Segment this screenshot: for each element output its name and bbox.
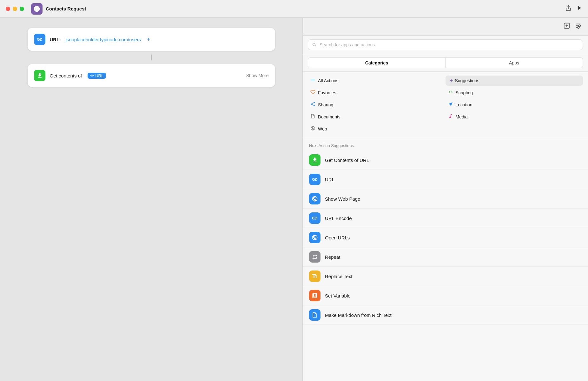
window-title: Contacts Request [46,6,86,11]
all-actions-icon [310,77,315,84]
category-tabs: Categories Apps [303,54,588,72]
get-contents-action-card: Get contents of URL Show More [28,64,275,87]
sharing-icon [310,102,315,108]
suggestion-get-contents[interactable]: Get Contents of URL [303,150,588,170]
show-more-button[interactable]: Show More [246,73,269,78]
repeat-icon [309,251,320,263]
filter-favorites[interactable]: Favorites [308,88,446,98]
filter-web-label: Web [318,126,327,131]
close-button[interactable] [6,7,10,11]
scripting-icon [448,90,453,96]
suggestion-url[interactable]: URL [303,170,588,189]
url-icon [34,34,45,45]
add-action-icon[interactable] [563,22,570,31]
suggestion-label-make-markdown: Make Markdown from Rich Text [325,312,392,318]
suggestion-repeat[interactable]: Repeat [303,247,588,267]
share-icon[interactable] [565,5,571,13]
location-icon [448,102,453,108]
open-urls-icon [309,232,320,243]
title-bar-actions [565,5,582,13]
filter-location-label: Location [456,102,472,107]
svg-marker-2 [578,6,581,10]
get-contents-suggestion-icon [309,154,320,166]
suggestions-title: Next Action Suggestions [303,138,588,150]
app-icon [31,3,43,15]
sidebar: Categories Apps All Actions ✦ Suggestion… [302,18,588,381]
url-suggestion-icon [309,174,320,185]
suggestion-label-set-variable: Set Variable [325,293,351,298]
search-icon [312,42,317,47]
get-contents-icon [34,70,45,81]
filter-sharing[interactable]: Sharing [308,100,446,110]
filter-suggestions-label: Suggestions [455,78,479,83]
suggestion-label-get-contents: Get Contents of URL [325,157,369,163]
suggestion-url-encode[interactable]: URL Encode [303,209,588,228]
suggestions-plus-icon: ✦ [449,78,453,83]
filter-documents-label: Documents [318,114,340,119]
filter-documents[interactable]: Documents [308,112,446,122]
suggestion-label-repeat: Repeat [325,254,340,260]
connector-line [151,55,152,60]
filter-sharing-label: Sharing [318,102,333,107]
title-bar: Contacts Request [0,0,588,18]
svg-point-0 [36,8,38,10]
filter-grid: All Actions ✦ Suggestions Favorites Scri… [303,72,588,138]
svg-point-10 [578,27,579,29]
suggestion-set-variable[interactable]: Set Variable [303,286,588,305]
url-encode-icon [309,212,320,224]
svg-point-9 [579,25,581,27]
play-icon[interactable] [577,5,582,12]
filter-all-actions[interactable]: All Actions [308,76,446,86]
suggestion-label-show-web-page: Show Web Page [325,196,360,202]
suggestion-label-replace-text: Replace Text [325,274,352,279]
filter-all-actions-label: All Actions [318,78,339,83]
url-add-button[interactable]: + [147,36,150,43]
filter-scripting-label: Scripting [456,90,473,95]
tab-apps[interactable]: Apps [446,57,583,68]
get-contents-text: Get contents of [50,73,82,78]
filter-scripting[interactable]: Scripting [446,88,583,98]
filter-location[interactable]: Location [446,100,583,110]
traffic-lights [6,7,24,11]
maximize-button[interactable] [20,7,24,11]
make-markdown-icon [309,309,320,321]
filter-media-label: Media [456,114,468,119]
workflow-canvas: URL: jsonplaceholder.typicode.com/users … [0,18,302,381]
suggestions-section: Next Action Suggestions Get Contents of … [303,138,588,381]
url-token[interactable]: URL [88,73,106,79]
suggestion-label-url: URL [325,177,334,182]
main-content: URL: jsonplaceholder.typicode.com/users … [0,18,588,381]
url-action-card: URL: jsonplaceholder.typicode.com/users … [28,28,275,51]
replace-text-icon [309,271,320,282]
filter-web[interactable]: Web [308,124,446,134]
favorites-icon [310,90,315,96]
filter-media[interactable]: Media [446,112,583,122]
search-bar [303,36,588,54]
set-variable-icon [309,290,320,301]
sidebar-header [303,18,588,36]
suggestion-replace-text[interactable]: Replace Text [303,267,588,286]
web-icon [310,126,315,132]
suggestion-label-open-urls: Open URLs [325,235,350,240]
tab-categories[interactable]: Categories [308,57,446,68]
suggestion-open-urls[interactable]: Open URLs [303,228,588,247]
suggestion-make-markdown[interactable]: Make Markdown from Rich Text [303,305,588,325]
documents-icon [310,114,315,120]
filter-favorites-label: Favorites [318,90,336,95]
minimize-button[interactable] [13,7,17,11]
search-input-wrapper [308,39,583,50]
show-web-page-icon [309,193,320,204]
url-label: URL: [50,37,61,42]
filter-suggestions[interactable]: ✦ Suggestions [446,76,583,86]
search-input[interactable] [320,42,579,47]
media-icon [448,114,453,120]
suggestion-label-url-encode: URL Encode [325,216,352,221]
url-value[interactable]: jsonplaceholder.typicode.com/users [65,37,141,42]
filter-icon[interactable] [575,22,582,31]
suggestion-show-web-page[interactable]: Show Web Page [303,189,588,209]
